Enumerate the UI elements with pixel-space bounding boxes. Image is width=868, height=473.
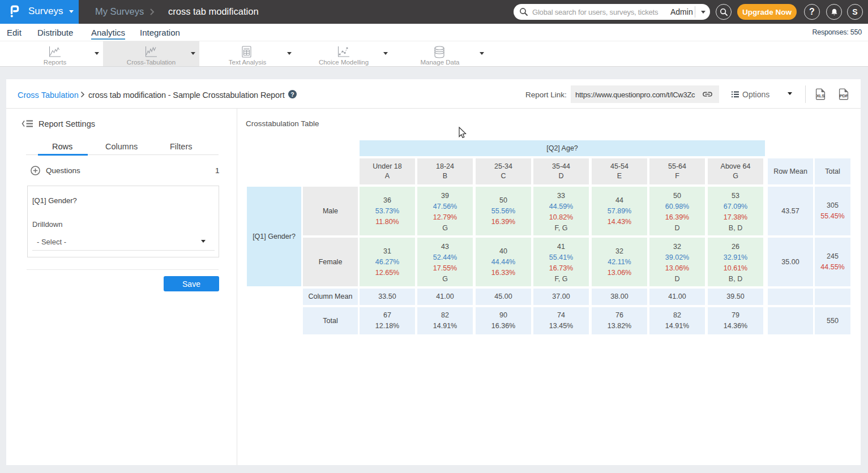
svg-text:PDF: PDF <box>840 93 848 98</box>
svg-text:XLS: XLS <box>816 93 825 98</box>
